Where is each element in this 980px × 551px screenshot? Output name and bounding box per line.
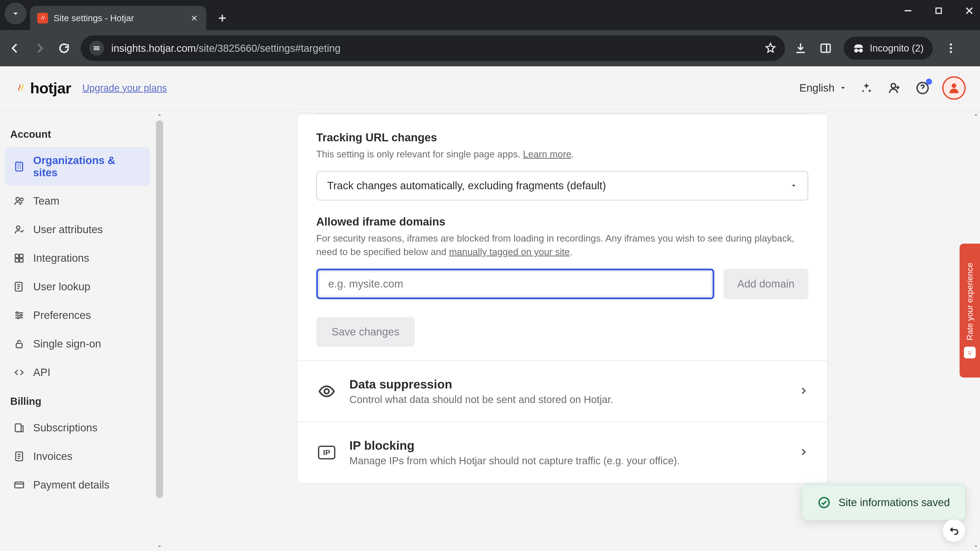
new-tab-button[interactable]: [213, 9, 231, 27]
domain-input-wrapper: [316, 268, 714, 299]
address-bar[interactable]: insights.hotjar.com/site/3825660/setting…: [81, 35, 785, 61]
scrollbar-thumb[interactable]: [156, 121, 163, 498]
invite-user-icon[interactable]: [886, 79, 903, 97]
feedback-label: Rate your experience: [965, 263, 975, 340]
learn-more-link[interactable]: Learn more: [523, 149, 571, 159]
chevron-right-icon: [799, 447, 808, 458]
svg-point-31: [970, 351, 971, 352]
code-icon: [13, 366, 25, 379]
scroll-up-icon[interactable]: [155, 110, 164, 119]
window-maximize[interactable]: [932, 5, 945, 17]
sidebar-item-payment[interactable]: Payment details: [5, 472, 150, 499]
upgrade-link[interactable]: Upgrade your plans: [83, 83, 167, 94]
sidebar-item-organizations[interactable]: Organizations & sites: [5, 147, 150, 186]
manual-tag-link[interactable]: manually tagged on your site: [449, 247, 570, 257]
card-title: IP blocking: [349, 438, 786, 453]
nav-reload-button[interactable]: [56, 40, 72, 56]
sidebar-item-api[interactable]: API: [5, 359, 150, 386]
lock-icon: [13, 338, 25, 350]
browser-tab-title: Site settings - Hotjar: [54, 13, 184, 23]
scroll-up-icon[interactable]: [971, 110, 980, 119]
lookup-icon: [13, 280, 25, 293]
scroll-return-button[interactable]: [942, 519, 966, 542]
svg-rect-26: [15, 482, 24, 488]
svg-point-8: [891, 84, 896, 88]
feedback-tab[interactable]: Rate your experience: [959, 244, 980, 378]
svg-point-7: [950, 51, 952, 53]
sidebar-item-label: User attributes: [33, 224, 103, 236]
sidebar-item-user-lookup[interactable]: User lookup: [5, 273, 150, 300]
browser-tab-active[interactable]: Site settings - Hotjar: [30, 6, 206, 30]
preferences-icon: [13, 309, 25, 322]
brand-logo[interactable]: hotjar: [14, 79, 71, 97]
sidebar-item-integrations[interactable]: Integrations: [5, 245, 150, 272]
chevron-right-icon: [799, 386, 808, 397]
sidebar-item-invoices[interactable]: Invoices: [5, 443, 150, 470]
tracking-select[interactable]: Track changes automatically, excluding f…: [316, 171, 808, 200]
card-sub: Control what data should not be sent and…: [349, 394, 786, 405]
site-info-button[interactable]: [89, 41, 104, 56]
svg-point-14: [16, 226, 20, 229]
language-selector[interactable]: English: [799, 82, 847, 94]
save-changes-button[interactable]: Save changes: [316, 317, 415, 347]
svg-rect-24: [15, 424, 21, 432]
scroll-down-icon[interactable]: [155, 542, 164, 551]
nav-back-button[interactable]: [7, 40, 23, 56]
subscription-icon: [13, 421, 25, 434]
card-sub: Manage IPs from which Hotjar should not …: [349, 455, 786, 467]
svg-point-3: [94, 49, 95, 50]
sidebar-item-label: API: [33, 366, 51, 379]
sidebar: Account Organizations & sites Team User …: [0, 110, 155, 551]
downloads-icon[interactable]: [794, 41, 808, 55]
window-minimize[interactable]: [902, 5, 914, 17]
svg-point-13: [20, 198, 23, 201]
chrome-menu-button[interactable]: [944, 41, 958, 55]
nav-forward-button[interactable]: [32, 40, 48, 56]
svg-point-27: [325, 389, 329, 394]
svg-rect-4: [821, 44, 830, 52]
svg-point-22: [17, 317, 19, 319]
svg-rect-11: [16, 162, 22, 171]
tab-close-button[interactable]: [189, 13, 199, 23]
sidebar-item-sso[interactable]: Single sign-on: [5, 330, 150, 357]
sidebar-item-label: User lookup: [33, 281, 90, 293]
svg-point-29: [967, 349, 973, 356]
card-icon: [13, 478, 25, 491]
apps-icon[interactable]: [858, 79, 875, 97]
scroll-down-icon[interactable]: [971, 542, 980, 551]
browser-tabstrip: Site settings - Hotjar: [0, 0, 980, 30]
window-close[interactable]: [963, 5, 975, 17]
building-icon: [13, 160, 25, 173]
sidebar-item-user-attributes[interactable]: User attributes: [5, 216, 150, 243]
sidebar-item-label: Organizations & sites: [33, 154, 142, 179]
sidebar-item-team[interactable]: Team: [5, 187, 150, 214]
domain-input[interactable]: [319, 272, 711, 297]
bookmark-star-icon[interactable]: [765, 42, 776, 55]
language-label: English: [799, 82, 835, 94]
svg-point-2: [94, 48, 95, 49]
sidebar-scrollbar[interactable]: [155, 110, 164, 551]
select-value: Track changes automatically, excluding f…: [327, 179, 606, 192]
card-data-suppression[interactable]: Data suppression Control what data shoul…: [298, 360, 827, 422]
svg-rect-17: [15, 259, 19, 262]
incognito-label: Incognito (2): [870, 43, 924, 54]
sidebar-item-preferences[interactable]: Preferences: [5, 302, 150, 329]
incognito-indicator[interactable]: Incognito (2): [844, 37, 933, 60]
sidebar-item-label: Payment details: [33, 479, 110, 491]
svg-point-21: [20, 314, 22, 316]
integrations-icon: [13, 252, 25, 265]
help-icon[interactable]: [914, 79, 931, 97]
add-domain-button[interactable]: Add domain: [724, 268, 808, 299]
tab-search-button[interactable]: [5, 3, 27, 24]
sidebar-item-label: Invoices: [33, 450, 73, 462]
sidebar-item-subscriptions[interactable]: Subscriptions: [5, 414, 150, 441]
toast-text: Site informations saved: [838, 496, 950, 509]
svg-point-12: [16, 197, 19, 201]
notification-dot: [926, 79, 932, 85]
side-panel-icon[interactable]: [819, 41, 832, 55]
svg-rect-15: [15, 254, 19, 258]
sidebar-heading-account: Account: [5, 121, 150, 147]
user-avatar[interactable]: [942, 76, 966, 100]
svg-point-6: [950, 47, 952, 49]
card-ip-blocking[interactable]: IP IP blocking Manage IPs from which Hot…: [298, 422, 827, 483]
